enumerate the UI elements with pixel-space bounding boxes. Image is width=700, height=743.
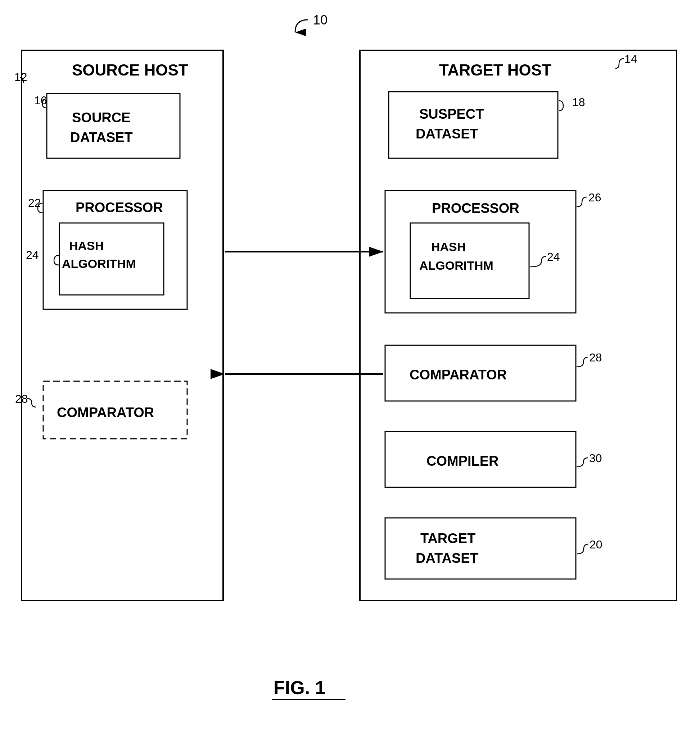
hash-algorithm-target-label-2: ALGORITHM (419, 259, 494, 272)
diagram-container: 10 SOURCE HOST 12 SOURCE DATASET 16 (0, 0, 700, 743)
hash-algorithm-target-label-1: HASH (431, 240, 466, 253)
comparator-target-label: COMPARATOR (409, 367, 507, 382)
hash-algorithm-source-label-1: HASH (69, 239, 104, 252)
ref-16: 16 (34, 94, 47, 107)
processor-source-label: PROCESSOR (76, 200, 163, 215)
ref-10-label: 10 (313, 13, 328, 27)
compiler-label: COMPILER (427, 453, 499, 469)
ref-14: 14 (624, 52, 638, 65)
processor-target-label: PROCESSOR (432, 201, 519, 216)
source-dataset-label-2: DATASET (70, 130, 133, 145)
ref-24-source: 24 (26, 249, 39, 262)
ref-20: 20 (590, 538, 602, 551)
source-host-label: SOURCE HOST (72, 61, 188, 79)
ref-28-target: 28 (589, 351, 602, 364)
ref-28-source: 28 (15, 392, 28, 405)
ref-12: 12 (14, 71, 27, 83)
suspect-dataset-label-1: SUSPECT (419, 107, 484, 121)
ref-26: 26 (589, 191, 601, 204)
ref-18: 18 (572, 96, 585, 109)
ref-24-target: 24 (547, 250, 560, 263)
target-dataset-label-2: DATASET (416, 551, 478, 566)
hash-algorithm-source-label-2: ALGORITHM (62, 257, 136, 271)
target-dataset-box (385, 518, 576, 579)
source-dataset-label-1: SOURCE (72, 110, 131, 125)
ref-30: 30 (589, 452, 602, 465)
ref-22: 22 (28, 196, 41, 209)
target-dataset-label-1: TARGET (420, 531, 475, 546)
source-dataset-box (47, 93, 180, 158)
figure-label: FIG. 1 (273, 677, 325, 698)
suspect-dataset-box (389, 92, 558, 158)
target-host-label: TARGET HOST (439, 61, 552, 79)
comparator-source-label: COMPARATOR (57, 405, 154, 420)
suspect-dataset-label-2: DATASET (416, 126, 478, 141)
